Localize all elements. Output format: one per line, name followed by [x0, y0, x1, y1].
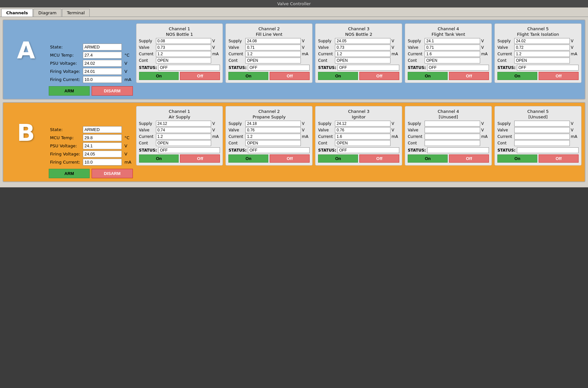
- ch-a3-off-button[interactable]: Off: [359, 72, 399, 80]
- ch-b1-off-button[interactable]: Off: [180, 154, 220, 163]
- ch-a5-on-button[interactable]: On: [497, 72, 537, 80]
- ch-b1-supply[interactable]: [156, 121, 211, 127]
- left-panel-a: State: MCU Temp: °C PSU Voltage: V Firin…: [49, 23, 133, 96]
- mcu-temp-value-b: [83, 134, 122, 141]
- ch-b4-current[interactable]: [425, 134, 480, 140]
- disarm-button-a[interactable]: DISARM: [92, 86, 133, 96]
- channel-a3-title: Channel 3 NOS Bottle 2: [318, 26, 399, 37]
- ch-a2-status: [248, 65, 310, 71]
- mcu-temp-label-a: MCU Temp:: [49, 51, 82, 59]
- state-label-b: State:: [49, 126, 82, 134]
- arm-button-b[interactable]: ARM: [49, 169, 90, 178]
- ch-a5-supply[interactable]: [514, 38, 570, 44]
- ch-a3-on-button[interactable]: On: [318, 72, 358, 80]
- ch-b2-off-button[interactable]: Off: [270, 154, 310, 163]
- ch-a4-cont[interactable]: [425, 58, 480, 63]
- ch-a5-off-button[interactable]: Off: [539, 72, 579, 80]
- state-value-a: [83, 44, 122, 50]
- ch-b3-cont[interactable]: [335, 140, 390, 146]
- ch-b5-valve[interactable]: [514, 127, 570, 133]
- channel-a1-title: Channel 1 NOS Bottle 1: [139, 26, 220, 37]
- ch-b2-status: [248, 147, 310, 153]
- ch-a2-current[interactable]: [245, 51, 301, 57]
- ch-b3-status: [338, 147, 399, 153]
- disarm-button-b[interactable]: DISARM: [92, 169, 133, 178]
- channel-b3-title: Channel 3 Ignitor: [318, 109, 399, 120]
- ch-b5-cont[interactable]: [514, 140, 570, 146]
- ch-b1-valve[interactable]: [156, 127, 211, 133]
- ch-b1-current[interactable]: [156, 134, 211, 140]
- channel-b1: Channel 1 Air Supply Supply V Valve V: [136, 106, 223, 166]
- ch-a1-on-button[interactable]: On: [139, 72, 179, 80]
- ch-b4-supply[interactable]: [425, 121, 480, 127]
- ch-a3-current[interactable]: [335, 51, 390, 57]
- ch-b2-on-button[interactable]: On: [228, 154, 268, 163]
- channel-a1: Channel 1 NOS Bottle 1 Supply V Valve V: [136, 23, 223, 83]
- ch-a1-supply[interactable]: [156, 38, 211, 44]
- ch-b3-supply[interactable]: [335, 121, 390, 127]
- ch-a1-cont[interactable]: [156, 58, 211, 63]
- ch-a4-current[interactable]: [425, 51, 480, 57]
- window-title: Valve Controller: [277, 1, 311, 6]
- ch-a4-supply[interactable]: [425, 38, 480, 44]
- ch-a2-supply[interactable]: [245, 38, 301, 44]
- tab-channels[interactable]: Channels: [1, 9, 33, 17]
- ch-b3-off-button[interactable]: Off: [359, 154, 399, 163]
- ch-b2-valve[interactable]: [245, 127, 301, 133]
- ch-a2-cont[interactable]: [245, 58, 301, 63]
- ch-b5-current[interactable]: [514, 134, 570, 140]
- ch-b5-supply[interactable]: [514, 121, 570, 127]
- ch-a2-valve[interactable]: [245, 45, 301, 50]
- ch-a4-on-button[interactable]: On: [408, 72, 448, 80]
- ch-a1-off-button[interactable]: Off: [180, 72, 220, 80]
- ch-a2-off-button[interactable]: Off: [270, 72, 310, 80]
- channel-a4-title: Channel 4 Flight Tank Vent: [408, 26, 489, 37]
- ch-a4-off-button[interactable]: Off: [449, 72, 489, 80]
- ch-b2-cont[interactable]: [245, 140, 301, 146]
- ch-b4-on-button[interactable]: On: [408, 154, 448, 163]
- arm-button-a[interactable]: ARM: [49, 86, 90, 96]
- state-value-b: [83, 126, 122, 133]
- channel-a5-title: Channel 5 Flight Tank Isolation: [497, 26, 579, 37]
- state-label-a: State:: [49, 43, 82, 51]
- ch-b4-off-button[interactable]: Off: [449, 154, 489, 163]
- ch-a2-on-button[interactable]: On: [228, 72, 268, 80]
- ch-b4-cont[interactable]: [425, 140, 480, 146]
- mcu-temp-value-a: [83, 52, 122, 59]
- ch-a3-supply[interactable]: [335, 38, 390, 44]
- ch-b1-cont[interactable]: [156, 140, 211, 146]
- channel-b2-title: Channel 2 Propane Supply: [228, 109, 310, 120]
- ch-b2-supply[interactable]: [245, 121, 301, 127]
- ch-b2-current[interactable]: [245, 134, 301, 140]
- channel-b5: Channel 5 [Unused] Supply V Valve V: [494, 106, 582, 166]
- tab-terminal[interactable]: Terminal: [62, 9, 90, 17]
- firing-voltage-value-a: [83, 68, 122, 75]
- ch-a5-current[interactable]: [514, 51, 570, 57]
- ch-b5-status: [517, 147, 579, 153]
- ch-a5-valve[interactable]: [514, 45, 570, 50]
- ch-a1-current[interactable]: [156, 51, 211, 57]
- psu-voltage-value-a: [83, 60, 122, 67]
- channels-row-a: Channel 1 NOS Bottle 1 Supply V Valve V: [136, 23, 582, 83]
- ch-b5-on-button[interactable]: On: [497, 154, 537, 163]
- ch-a3-valve[interactable]: [335, 45, 390, 50]
- ch-a1-valve[interactable]: [156, 45, 211, 50]
- section-label-b: B: [6, 119, 45, 146]
- ch-b1-status: [158, 147, 220, 153]
- ch-a3-cont[interactable]: [335, 58, 390, 63]
- channel-a2-title: Channel 2 Fill Line Vent: [228, 26, 310, 37]
- ch-a5-status: [517, 65, 579, 71]
- firing-current-value-b: [83, 159, 122, 166]
- ch-a5-cont[interactable]: [514, 58, 570, 63]
- ch-b3-on-button[interactable]: On: [318, 154, 358, 163]
- ch-b3-current[interactable]: [335, 134, 390, 140]
- ch-b3-valve[interactable]: [335, 127, 390, 133]
- ch-b4-valve[interactable]: [425, 127, 480, 133]
- tab-diagram[interactable]: Diagram: [33, 9, 61, 17]
- channels-row-b: Channel 1 Air Supply Supply V Valve V: [136, 106, 582, 166]
- ch-b1-on-button[interactable]: On: [139, 154, 179, 163]
- ch-a4-valve[interactable]: [425, 45, 480, 50]
- channel-a2: Channel 2 Fill Line Vent Supply V Valve …: [225, 23, 313, 83]
- channel-b2: Channel 2 Propane Supply Supply V Valve …: [225, 106, 313, 166]
- ch-b5-off-button[interactable]: Off: [539, 154, 579, 163]
